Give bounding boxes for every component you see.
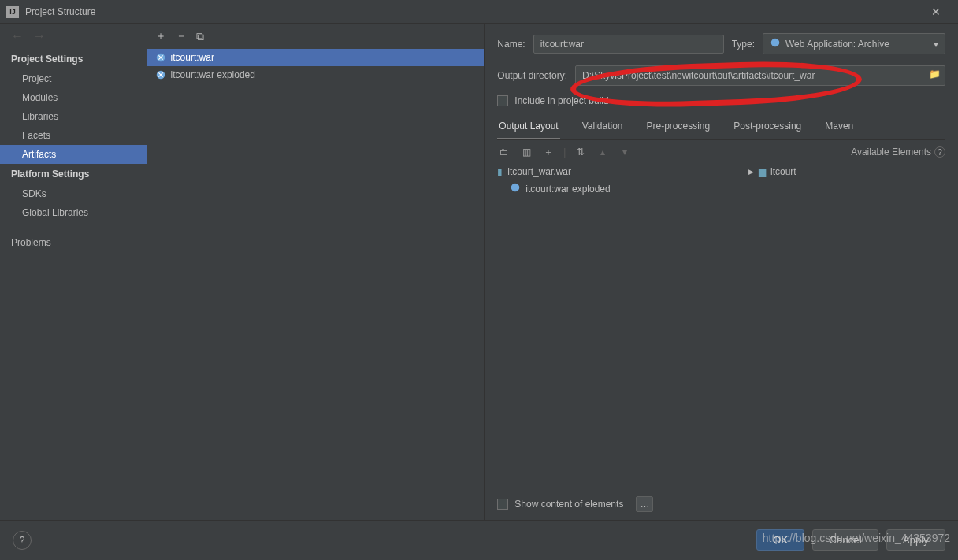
artifact-label: itcourt:war exploded <box>171 69 255 80</box>
elements-options-button[interactable]: … <box>636 496 653 512</box>
browse-folder-icon[interactable]: 📁 <box>929 69 941 80</box>
available-elements-label: Available Elements ? <box>851 146 945 158</box>
section-header-project: Project Settings <box>0 49 147 69</box>
module-icon: ▆ <box>759 166 766 177</box>
archive-icon: ▮ <box>497 166 503 177</box>
sidebar: ← → Project Settings Project Modules Lib… <box>0 24 147 520</box>
sidebar-item-problems[interactable]: Problems <box>0 233 147 252</box>
forward-arrow-icon[interactable]: → <box>33 29 46 43</box>
tab-output-layout[interactable]: Output Layout <box>497 117 559 139</box>
artifact-list-panel: ＋ － ⧉ itcourt:war itcourt:war exploded <box>147 24 485 520</box>
window-title: Project Structure <box>25 6 920 17</box>
cancel-button[interactable]: Cancel <box>812 529 878 551</box>
expand-icon[interactable]: ▶ <box>748 168 754 176</box>
include-build-row: Include in project build <box>497 95 945 106</box>
artifact-icon <box>155 69 166 80</box>
tree-columns: ▮ itcourt_war.war itcourt:war exploded ▶… <box>497 164 945 198</box>
help-button[interactable]: ? <box>13 531 32 550</box>
svg-point-3 <box>511 184 520 192</box>
sidebar-item-libraries[interactable]: Libraries <box>0 107 147 126</box>
new-file-icon[interactable]: ▥ <box>519 145 533 159</box>
add-plus-icon[interactable]: ＋ <box>541 145 555 159</box>
copy-icon[interactable]: ⧉ <box>196 30 204 43</box>
remove-icon[interactable]: － <box>176 29 187 43</box>
artifact-item-war-exploded[interactable]: itcourt:war exploded <box>147 66 485 83</box>
artifact-icon <box>155 52 166 63</box>
svg-point-2 <box>771 39 780 47</box>
move-up-icon[interactable]: ▴ <box>596 145 610 159</box>
section-header-platform: Platform Settings <box>0 164 147 184</box>
nav-arrows: ← → <box>0 24 147 49</box>
app-icon: IJ <box>6 6 19 18</box>
tab-post-processing[interactable]: Post-processing <box>732 117 803 139</box>
artifact-item-war[interactable]: itcourt:war <box>147 49 485 66</box>
tab-maven[interactable]: Maven <box>823 117 855 139</box>
sidebar-item-artifacts[interactable]: Artifacts <box>0 145 147 164</box>
type-value: Web Application: Archive <box>785 39 889 50</box>
sidebar-item-sdks[interactable]: SDKs <box>0 184 147 203</box>
type-select[interactable]: Web Application: Archive ▾ <box>763 33 945 54</box>
tab-pre-processing[interactable]: Pre-processing <box>645 117 712 139</box>
available-item-itcourt[interactable]: ▶ ▆ itcourt <box>748 164 945 180</box>
include-build-checkbox[interactable] <box>497 95 508 106</box>
web-icon <box>770 37 781 50</box>
layout-toolbar: 🗀 ▥ ＋ | ⇅ ▴ ▾ Available Elements ? <box>497 140 945 164</box>
sidebar-item-facets[interactable]: Facets <box>0 126 147 145</box>
chevron-down-icon: ▾ <box>934 39 938 50</box>
sidebar-item-modules[interactable]: Modules <box>0 88 147 107</box>
back-arrow-icon[interactable]: ← <box>11 29 24 43</box>
main-area: ← → Project Settings Project Modules Lib… <box>0 24 958 520</box>
footer: ? OK Cancel Apply <box>0 520 958 559</box>
sidebar-item-project[interactable]: Project <box>0 69 147 88</box>
detail-panel: Name: Type: Web Application: Archive ▾ O… <box>485 24 958 520</box>
name-label: Name: <box>497 39 525 50</box>
move-down-icon[interactable]: ▾ <box>618 145 632 159</box>
output-tree: ▮ itcourt_war.war itcourt:war exploded <box>497 164 733 198</box>
title-bar: IJ Project Structure ✕ <box>0 0 958 24</box>
artifact-toolbar: ＋ － ⧉ <box>147 24 485 49</box>
show-content-label: Show content of elements <box>514 499 623 510</box>
available-tree: ▶ ▆ itcourt <box>748 164 945 198</box>
ok-button[interactable]: OK <box>756 529 804 551</box>
add-icon[interactable]: ＋ <box>155 29 166 43</box>
close-button[interactable]: ✕ <box>920 1 952 23</box>
include-build-label: Include in project build <box>514 95 608 106</box>
type-label: Type: <box>732 39 755 50</box>
output-dir-label: Output directory: <box>497 70 567 81</box>
sidebar-item-global-libraries[interactable]: Global Libraries <box>0 203 147 222</box>
show-content-checkbox[interactable] <box>497 499 508 510</box>
sort-icon[interactable]: ⇅ <box>574 145 588 159</box>
output-dir-input[interactable] <box>575 65 945 86</box>
artifact-label: itcourt:war <box>171 52 214 63</box>
artifact-icon <box>510 182 521 195</box>
tree-root-war[interactable]: ▮ itcourt_war.war <box>497 164 733 180</box>
output-dir-row: Output directory: 📁 <box>497 65 945 86</box>
tree-child-exploded[interactable]: itcourt:war exploded <box>497 180 733 198</box>
help-small-icon[interactable]: ? <box>934 146 945 158</box>
show-content-row: Show content of elements … <box>497 496 653 512</box>
new-folder-icon[interactable]: 🗀 <box>497 145 511 159</box>
name-input[interactable] <box>533 35 724 54</box>
tabs: Output Layout Validation Pre-processing … <box>497 117 945 140</box>
apply-button[interactable]: Apply <box>886 529 945 551</box>
tab-validation[interactable]: Validation <box>581 117 625 139</box>
name-type-row: Name: Type: Web Application: Archive ▾ <box>497 33 945 54</box>
